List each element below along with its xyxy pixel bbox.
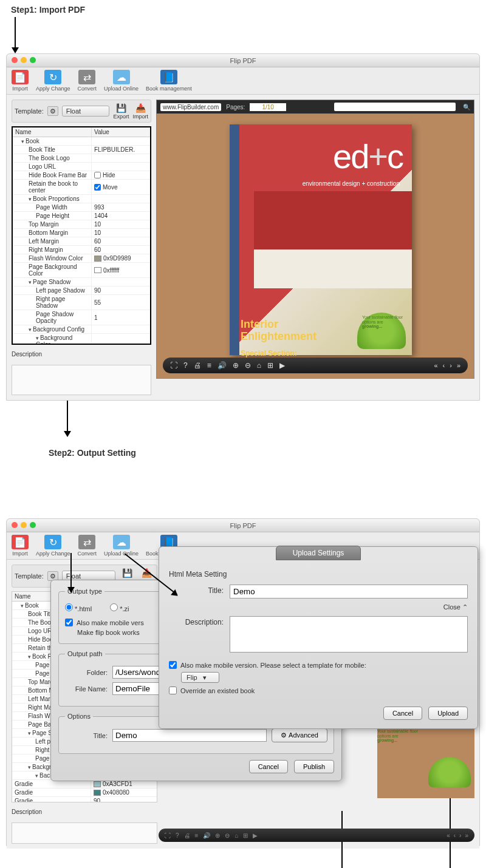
property-row[interactable]: Retain the book to centerMove	[13, 180, 150, 195]
zoom-in-icon[interactable]: ⊕	[215, 832, 220, 839]
search-input[interactable]	[334, 103, 456, 111]
convert-button[interactable]: ⇄Convert	[78, 535, 97, 557]
zoom-in-icon[interactable]: ⊕	[233, 361, 239, 370]
prev-page-icon[interactable]: ‹	[443, 362, 445, 369]
upload-button[interactable]: Upload	[428, 707, 468, 720]
zip-radio[interactable]: *.zi	[110, 603, 129, 612]
property-row[interactable]: Book TitleFLIPBUILDER.	[13, 146, 150, 154]
property-row[interactable]: Background Config	[13, 325, 150, 334]
property-row[interactable]: Background Color	[13, 334, 150, 344]
search-icon[interactable]: 🔍	[463, 104, 470, 110]
apply-change-button[interactable]: ↻Apply Change	[36, 70, 70, 92]
play-icon[interactable]: ▶	[279, 361, 285, 370]
property-row[interactable]: Page Shadow	[13, 278, 150, 287]
first-page-icon[interactable]: «	[434, 362, 437, 369]
properties-body[interactable]: BookBook TitleFLIPBUILDER.The Book LogoL…	[13, 137, 150, 344]
property-row[interactable]: Gradie0xA3CFD1	[12, 780, 157, 788]
import-button[interactable]: 📄Import	[12, 535, 29, 557]
publish-button[interactable]: Publish	[294, 760, 334, 773]
home-icon[interactable]: ⌂	[257, 361, 261, 370]
close-dot[interactable]	[12, 57, 18, 63]
property-row[interactable]: Book Proportions	[13, 195, 150, 203]
play-icon[interactable]: ▶	[253, 832, 258, 839]
upload-title-input[interactable]	[230, 585, 468, 598]
template-label: Template:	[15, 572, 44, 580]
home-icon[interactable]: ⌂	[234, 832, 238, 839]
property-row[interactable]: Right Margin60	[13, 246, 150, 254]
page-number[interactable]: 1/10	[250, 103, 286, 111]
export-button[interactable]: 💾Export	[113, 103, 129, 120]
property-row[interactable]: Page Width993	[13, 203, 150, 212]
html-radio[interactable]: *.html	[65, 603, 92, 612]
upload-icon: ☁	[113, 70, 130, 84]
help-icon[interactable]: ?	[176, 832, 179, 839]
print-icon[interactable]: 🖨	[194, 361, 201, 370]
import-template-button[interactable]: 📥Import	[132, 103, 148, 120]
zoom-out-icon[interactable]: ⊖	[225, 832, 230, 839]
template-float-button[interactable]: Float	[62, 106, 110, 117]
thumbnails-icon[interactable]: ⊞	[267, 361, 273, 370]
sound-icon[interactable]: 🔊	[203, 832, 210, 839]
maximize-dot[interactable]	[30, 57, 36, 63]
property-row[interactable]: Page Shadow Opacity1	[13, 310, 150, 325]
property-row[interactable]: Right page Shadow55	[13, 295, 150, 310]
next-page-icon[interactable]: ›	[450, 362, 452, 369]
properties-table: Name Value BookBook TitleFLIPBUILDER.The…	[12, 126, 151, 345]
sound-icon[interactable]: 🔊	[217, 361, 227, 370]
description-box[interactable]	[12, 822, 157, 844]
template-select[interactable]: Flip ▾	[181, 672, 219, 683]
apply-change-button[interactable]: ↻Apply Change	[36, 535, 70, 557]
fullscreen-icon[interactable]: ⛶	[165, 832, 171, 839]
print-icon[interactable]: 🖨	[184, 832, 190, 839]
property-row[interactable]: Left Margin60	[13, 237, 150, 246]
property-row[interactable]: Page Height1404	[13, 212, 150, 220]
upload-desc-input[interactable]	[230, 616, 468, 653]
upload-online-button[interactable]: ☁Upload Online	[104, 535, 139, 557]
convert-button[interactable]: ⇄Convert	[78, 70, 97, 92]
upload-cancel-button[interactable]: Cancel	[383, 707, 422, 720]
zoom-out-icon[interactable]: ⊖	[245, 361, 251, 370]
bookmark-icon[interactable]: ≡	[207, 361, 211, 370]
property-row[interactable]: Book	[13, 137, 150, 146]
next-page-icon[interactable]: ›	[459, 832, 461, 839]
last-page-icon[interactable]: »	[457, 362, 460, 369]
upload-mobile-checkbox[interactable]: Also make mobile version. Please select …	[169, 661, 468, 669]
minimize-dot[interactable]	[21, 57, 27, 63]
bookmark-icon[interactable]: ≡	[195, 832, 199, 839]
property-row[interactable]: Flash Window Color0x9D9989	[13, 254, 150, 263]
gear-icon[interactable]: ⚙	[47, 106, 58, 116]
property-row[interactable]: Left page Shadow90	[13, 287, 150, 295]
first-page-icon[interactable]: «	[447, 832, 450, 839]
magazine-cover[interactable]: ed+c environmental design + construction…	[230, 124, 412, 355]
window-controls[interactable]	[12, 57, 36, 63]
fullscreen-icon[interactable]: ⛶	[170, 361, 177, 370]
property-row[interactable]: Gradie90	[12, 797, 157, 802]
close-link[interactable]: Close ⌃	[169, 603, 468, 611]
window-controls-2[interactable]	[12, 522, 36, 528]
property-row[interactable]: Bottom Margin10	[13, 229, 150, 237]
title-input[interactable]	[112, 729, 267, 742]
property-row[interactable]: Hide Book Frame BarHide	[13, 171, 150, 180]
titlebar: Flip PDF	[7, 54, 479, 67]
last-page-icon[interactable]: »	[465, 832, 468, 839]
thumbnails-icon[interactable]: ⊞	[243, 832, 248, 839]
property-row[interactable]: Gradie0x408080	[12, 788, 157, 797]
property-row[interactable]: Top Margin10	[13, 220, 150, 229]
upload-dialog: Upload Settings Html Meta Setting Title:…	[159, 546, 478, 729]
property-row[interactable]: The Book Logo	[13, 154, 150, 163]
cancel-button[interactable]: Cancel	[249, 760, 288, 773]
close-dot[interactable]	[12, 522, 18, 528]
prev-page-icon[interactable]: ‹	[454, 832, 456, 839]
advanced-button[interactable]: ⚙Advanced	[272, 728, 327, 742]
override-checkbox[interactable]: Override an existed book	[169, 687, 468, 694]
upload-online-button[interactable]: ☁Upload Online	[104, 70, 139, 92]
minimize-dot[interactable]	[21, 522, 27, 528]
maximize-dot[interactable]	[30, 522, 36, 528]
description-box[interactable]	[12, 365, 151, 395]
property-row[interactable]: Logo URL	[13, 163, 150, 171]
help-icon[interactable]: ?	[183, 361, 188, 370]
import-button[interactable]: 📄Import	[12, 70, 29, 92]
property-row[interactable]: Page Background Color0xffffff	[13, 263, 150, 278]
convert-arrow	[70, 553, 72, 589]
book-management-button[interactable]: 📘Book management	[146, 70, 192, 92]
